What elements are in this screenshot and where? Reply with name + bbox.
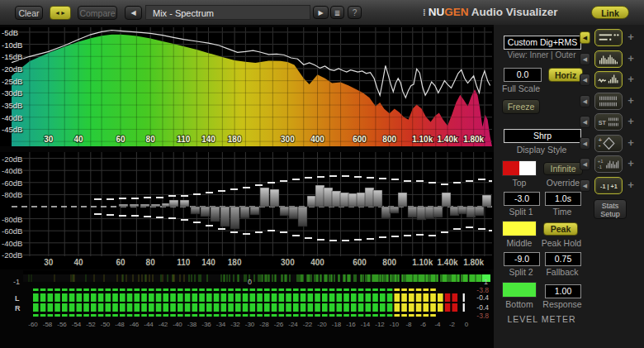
meter-segment — [315, 314, 320, 317]
freeze-button[interactable]: Freeze — [502, 99, 540, 114]
meter-segment — [178, 293, 183, 302]
meter-segment — [214, 303, 220, 312]
split1-value[interactable]: -3.0 — [504, 192, 540, 206]
meter-scale-label: -8 — [405, 321, 412, 328]
horiz-button[interactable]: Horiz — [548, 68, 583, 82]
line-spectrum-button[interactable] — [594, 29, 623, 46]
peak-hold-mark — [453, 228, 461, 230]
meter-segment — [286, 303, 291, 312]
fallback-value[interactable]: 0.75 — [545, 252, 581, 266]
full-scale-value[interactable]: 0.0 — [504, 68, 542, 82]
select-arrow-bar-spectrum-icon[interactable]: ◀ — [580, 53, 590, 65]
meter-segment — [401, 314, 407, 317]
freq-tick-label: 1.80k — [463, 135, 484, 144]
correlation-strip[interactable] — [23, 270, 490, 278]
peak-hold-button[interactable]: Peak — [543, 222, 578, 236]
select-arrow-line-spectrum-icon[interactable]: ◀ — [580, 31, 590, 44]
meter-segment — [308, 303, 314, 312]
brand-logo: ⁞NUGEN Audio Visualizer — [423, 6, 557, 18]
bottom-color-swatch[interactable] — [502, 282, 537, 298]
meter-segment — [185, 314, 191, 317]
response-value[interactable]: 1.00 — [545, 284, 581, 298]
prev-preset-icon[interactable]: ◀ — [125, 6, 142, 20]
select-arrow-correlation-meter-icon[interactable]: ◀ — [580, 179, 590, 192]
view-mode-label[interactable]: View: Inner | Outer — [495, 50, 588, 60]
meter-segment — [329, 288, 335, 291]
meter-segment — [430, 293, 436, 302]
meter-scale-label: -42 — [159, 321, 168, 328]
meter-segment — [372, 288, 378, 291]
vectorscope-button[interactable]: +- — [594, 135, 623, 152]
band-bar — [315, 185, 324, 207]
clear-button[interactable]: Clear — [15, 6, 43, 20]
spectrum-display[interactable]: 304060801101401803004006008001.10k1.40k1… — [0, 27, 494, 146]
meter-segment — [343, 293, 349, 302]
add-view-icon[interactable]: + — [626, 137, 636, 149]
db-tick-label: -20dB — [2, 250, 22, 260]
peak-hold-mark — [305, 237, 312, 239]
meter-segment — [264, 293, 270, 302]
top-color-swatch[interactable] — [502, 160, 537, 176]
play-icon[interactable]: ▶ — [313, 6, 329, 19]
peak-hold-mark — [206, 192, 213, 193]
meter-segment — [54, 288, 60, 291]
peak-hold-mark — [429, 182, 436, 184]
freq-tick-label: 300 — [281, 135, 295, 144]
meter-segment — [120, 303, 125, 312]
display-style-selector[interactable]: Shrp — [504, 129, 581, 143]
override-button[interactable]: Infinite — [543, 162, 583, 175]
select-arrow-wave-spectrum-icon[interactable]: ◀ — [580, 74, 590, 86]
wave-spectrum-button[interactable] — [594, 71, 623, 88]
select-arrow-vectorscope-icon[interactable]: ◀ — [580, 137, 590, 150]
stereo-comb-button[interactable]: ST — [594, 113, 623, 131]
meter-segment — [387, 293, 393, 302]
meter-segment — [178, 303, 183, 312]
stats-setup-button[interactable]: Stats Setup — [594, 199, 627, 219]
correlation-history-button[interactable]: +1-1 — [594, 155, 623, 173]
correlation-meter-button[interactable]: -1 | +1 — [594, 177, 623, 194]
preset-name-field[interactable]: Mix - Spectrum — [145, 5, 310, 20]
meter-segment — [98, 293, 104, 302]
add-view-icon[interactable]: + — [626, 53, 636, 64]
preset-list-icon[interactable]: ≣ — [330, 6, 344, 19]
help-icon[interactable]: ? — [348, 6, 362, 19]
meter-segment — [69, 288, 75, 291]
swap-arrows-button[interactable]: ◄► — [50, 6, 71, 20]
meter-segment — [438, 293, 443, 302]
time-value[interactable]: 1.0s — [545, 192, 581, 206]
middle-color-swatch[interactable] — [502, 221, 537, 236]
band-bar — [340, 193, 349, 207]
add-view-icon[interactable]: + — [626, 31, 636, 43]
bar-spectrum-button[interactable] — [594, 50, 623, 68]
meter-segment — [337, 314, 343, 317]
split2-value[interactable]: -9.0 — [504, 252, 540, 266]
db-tick-label: -40dB — [2, 113, 22, 122]
meter-readout: -0.4 — [476, 303, 489, 312]
db-tick-label: -15dB — [2, 52, 22, 61]
add-view-icon[interactable]: + — [626, 95, 636, 107]
top-label: Top — [502, 178, 537, 188]
select-arrow-stereo-comb-icon[interactable]: ◀ — [580, 116, 590, 128]
meter-segment — [452, 293, 458, 302]
meter-segment — [112, 288, 118, 291]
select-arrow-comb-icon[interactable]: ◀ — [580, 95, 590, 107]
peak-hold-mark — [119, 198, 126, 199]
freq-tick-label: 60 — [116, 135, 125, 144]
select-arrow-correlation-history-icon[interactable]: ◀ — [580, 158, 590, 170]
meter-segment — [135, 293, 140, 302]
add-view-icon[interactable]: + — [626, 158, 636, 169]
band-bar-display[interactable]: 304060801101401803004006008001.10k1.40k1… — [0, 152, 494, 269]
freq-tick-label: 110 — [177, 258, 191, 267]
link-button[interactable]: Link — [591, 6, 629, 19]
meter-segment — [77, 314, 83, 317]
meter-segment — [98, 314, 104, 317]
comb-button[interactable] — [594, 93, 623, 110]
freq-tick-label: 40 — [73, 135, 83, 144]
add-view-icon[interactable]: + — [626, 74, 636, 85]
meter-segment — [279, 288, 285, 291]
meter-mode-selector[interactable]: Custom Dig+RMS — [504, 36, 581, 50]
add-view-icon[interactable]: + — [626, 179, 636, 191]
add-view-icon[interactable]: + — [626, 116, 636, 127]
band-bar — [482, 195, 491, 207]
compare-button[interactable]: Compare — [78, 6, 117, 20]
